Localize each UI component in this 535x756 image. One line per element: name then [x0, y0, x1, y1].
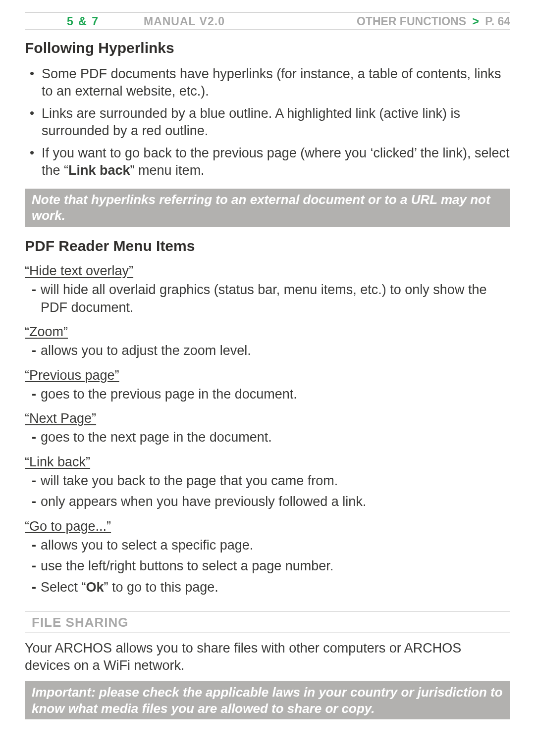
list-item: will hide all overlaid graphics (status … — [41, 281, 510, 317]
header-rule-bottom — [25, 29, 510, 30]
breadcrumb-section: OTHER FUNCTIONS — [357, 15, 466, 28]
menu-item-name: “Link back” — [25, 454, 510, 470]
heading-pdf-reader-menu: PDF Reader Menu Items — [25, 238, 510, 254]
dash-list: allows you to adjust the zoom level. — [25, 342, 510, 359]
list-item: Select “Ok” to go to this page. — [41, 578, 510, 596]
text: Select “ — [41, 580, 86, 595]
page-root: 5 & 7 MANUAL V2.0 OTHER FUNCTIONS > P. 6… — [0, 0, 535, 756]
bold-link-back: Link back — [68, 163, 130, 178]
heading-following-hyperlinks: Following Hyperlinks — [25, 40, 510, 56]
list-item: Links are surrounded by a blue outline. … — [42, 105, 510, 140]
page-header: 5 & 7 MANUAL V2.0 OTHER FUNCTIONS > P. 6… — [25, 15, 510, 28]
bullet-list-hyperlinks: Some PDF documents have hyperlinks (for … — [25, 65, 510, 180]
dash-list: allows you to select a specific page. us… — [25, 536, 510, 596]
list-item: use the left/right buttons to select a p… — [41, 557, 510, 575]
page-number: P. 64 — [485, 15, 510, 28]
menu-item-name: “Hide text overlay” — [25, 263, 510, 279]
text: ” menu item. — [130, 163, 205, 178]
list-item: allows you to adjust the zoom level. — [41, 342, 510, 359]
text: ” to go to this page. — [104, 580, 218, 595]
note-hyperlinks: Note that hyperlinks referring to an ext… — [25, 189, 510, 227]
list-item: Some PDF documents have hyperlinks (for … — [42, 65, 510, 100]
chevron-right-icon: > — [469, 15, 482, 28]
note-file-sharing: Important: please check the applicable l… — [25, 681, 510, 719]
section-rule-top — [25, 611, 510, 612]
breadcrumb: OTHER FUNCTIONS > P. 64 — [357, 15, 510, 28]
menu-item-name: “Go to page...” — [25, 519, 510, 534]
list-item: allows you to select a specific page. — [41, 536, 510, 554]
heading-file-sharing: FILE SHARING — [32, 615, 510, 630]
menu-item-name: “Zoom” — [25, 324, 510, 340]
list-item: goes to the next page in the document. — [41, 428, 510, 446]
dash-list: goes to the next page in the document. — [25, 428, 510, 446]
dash-list: will take you back to the page that you … — [25, 472, 510, 511]
bold-ok: Ok — [86, 580, 104, 595]
dash-list: goes to the previous page in the documen… — [25, 385, 510, 403]
menu-item-name: “Next Page” — [25, 411, 510, 426]
file-sharing-body: Your ARCHOS allows you to share files wi… — [25, 640, 510, 674]
list-item: will take you back to the page that you … — [41, 472, 510, 490]
manual-version-label: MANUAL V2.0 — [144, 15, 225, 28]
section-rule-bottom — [25, 632, 510, 633]
list-item: only appears when you have previously fo… — [41, 493, 510, 510]
product-label: 5 & 7 — [67, 15, 99, 28]
dash-list: will hide all overlaid graphics (status … — [25, 281, 510, 317]
list-item: If you want to go back to the previous p… — [42, 145, 510, 179]
menu-item-name: “Previous page” — [25, 368, 510, 383]
header-rule-top — [25, 12, 510, 13]
list-item: goes to the previous page in the documen… — [41, 385, 510, 403]
